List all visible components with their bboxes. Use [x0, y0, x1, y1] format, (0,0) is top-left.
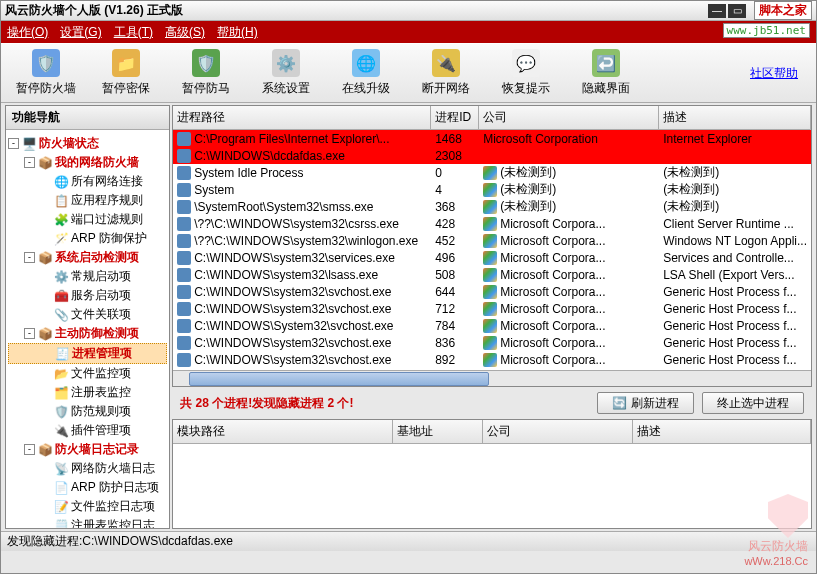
tree-label: 服务启动项	[71, 287, 131, 304]
tree-常规启动项[interactable]: ⚙️常规启动项	[8, 267, 167, 286]
menu-advanced[interactable]: 高级(S)	[165, 24, 205, 41]
toolbtn-隐藏界面[interactable]: ↩️隐藏界面	[569, 47, 643, 99]
th-pid[interactable]: 进程ID	[431, 106, 479, 129]
table-row[interactable]: C:\WINDOWS\system32\services.exe496Micro…	[173, 249, 811, 266]
cell-path: C:\WINDOWS\system32\services.exe	[194, 251, 395, 265]
toolbar: 🛡️暂停防火墙📁暂停密保🛡️暂停防马⚙️系统设置🌐在线升级🔌断开网络💬恢复提示↩…	[1, 43, 816, 103]
th-desc[interactable]: 描述	[659, 106, 811, 129]
terminate-button[interactable]: 终止选中进程	[702, 392, 804, 414]
tool-label: 恢复提示	[502, 80, 550, 97]
tree-进程管理项[interactable]: 🧾进程管理项	[8, 343, 167, 364]
cell-pid: 496	[431, 250, 479, 266]
tool-icon: ↩️	[592, 49, 620, 77]
maximize-button[interactable]: ▭	[728, 4, 746, 18]
nav-panel: 功能导航 -🖥️防火墙状态-📦我的网络防火墙🌐所有网络连接📋应用程序规则🧩端口过…	[5, 105, 170, 529]
tree-label: 防火墙状态	[39, 135, 99, 152]
toolbtn-暂停防火墙[interactable]: 🛡️暂停防火墙	[9, 47, 83, 99]
tree-文件监控项[interactable]: 📂文件监控项	[8, 364, 167, 383]
tree-label: 我的网络防火墙	[55, 154, 139, 171]
toolbtn-系统设置[interactable]: ⚙️系统设置	[249, 47, 323, 99]
table-row[interactable]: C:\WINDOWS\System32\svchost.exe784Micros…	[173, 317, 811, 334]
cell-company: Microsoft Corpora...	[500, 302, 605, 316]
tree-防火墙日志记录[interactable]: -📦防火墙日志记录	[8, 440, 167, 459]
tree-主动防御检测项[interactable]: -📦主动防御检测项	[8, 324, 167, 343]
tree-防范规则项[interactable]: 🛡️防范规则项	[8, 402, 167, 421]
toolbtn-在线升级[interactable]: 🌐在线升级	[329, 47, 403, 99]
table-row[interactable]: \??\C:\WINDOWS\system32\winlogon.exe452M…	[173, 232, 811, 249]
toolbtn-断开网络[interactable]: 🔌断开网络	[409, 47, 483, 99]
cell-company: (未检测到)	[500, 181, 556, 198]
cell-company: Microsoft Corpora...	[500, 319, 605, 333]
table-row[interactable]: System4(未检测到)(未检测到)	[173, 181, 811, 198]
table-row[interactable]: System Idle Process0(未检测到)(未检测到)	[173, 164, 811, 181]
expander-icon[interactable]: -	[24, 444, 35, 455]
tree-label: 进程管理项	[72, 345, 132, 362]
toolbtn-暂停防马[interactable]: 🛡️暂停防马	[169, 47, 243, 99]
mth-path[interactable]: 模块路径	[173, 420, 393, 443]
community-help-link[interactable]: 社区帮助	[750, 65, 808, 82]
menu-operate[interactable]: 操作(O)	[7, 24, 48, 41]
toolbtn-暂停密保[interactable]: 📁暂停密保	[89, 47, 163, 99]
tree-端口过滤规则[interactable]: 🧩端口过滤规则	[8, 210, 167, 229]
table-row[interactable]: C:\WINDOWS\system32\svchost.exe644Micros…	[173, 283, 811, 300]
table-row[interactable]: C:\WINDOWS\system32\svchost.exe892Micros…	[173, 351, 811, 368]
tree-label: ARP 防御保护	[71, 230, 147, 247]
tree-系统启动检测项[interactable]: -📦系统启动检测项	[8, 248, 167, 267]
nav-title: 功能导航	[6, 106, 169, 130]
tree-label: 网络防火墙日志	[71, 460, 155, 477]
menu-tools[interactable]: 工具(T)	[114, 24, 153, 41]
tree-label: 端口过滤规则	[71, 211, 143, 228]
expander-icon[interactable]: -	[8, 138, 19, 149]
th-company[interactable]: 公司	[479, 106, 659, 129]
table-row[interactable]: C:\WINDOWS\system32\svchost.exe836Micros…	[173, 334, 811, 351]
table-row[interactable]: \??\C:\WINDOWS\system32\csrss.exe428Micr…	[173, 215, 811, 232]
tree-ARP 防护日志项[interactable]: 📄ARP 防护日志项	[8, 478, 167, 497]
tree-所有网络连接[interactable]: 🌐所有网络连接	[8, 172, 167, 191]
cell-path: \SystemRoot\System32\smss.exe	[194, 200, 373, 214]
tree-文件监控日志项[interactable]: 📝文件监控日志项	[8, 497, 167, 516]
app-icon	[177, 285, 191, 299]
tree-icon: 📦	[37, 250, 53, 266]
table-row[interactable]: C:\WINDOWS\system32\lsass.exe508Microsof…	[173, 266, 811, 283]
expander-icon[interactable]: -	[24, 328, 35, 339]
script-home-label: 脚本之家	[754, 1, 812, 20]
menu-settings[interactable]: 设置(G)	[60, 24, 101, 41]
mth-desc[interactable]: 描述	[633, 420, 811, 443]
minimize-button[interactable]: —	[708, 4, 726, 18]
tree-网络防火墙日志[interactable]: 📡网络防火墙日志	[8, 459, 167, 478]
mth-base[interactable]: 基地址	[393, 420, 483, 443]
th-path[interactable]: 进程路径	[173, 106, 431, 129]
cell-pid: 2308	[431, 148, 479, 164]
expander-icon[interactable]: -	[24, 252, 35, 263]
tree-注册表监控日志[interactable]: 🗒️注册表监控日志	[8, 516, 167, 528]
cell-company: Microsoft Corpora...	[500, 285, 605, 299]
windows-icon	[483, 166, 497, 180]
tree-文件关联项[interactable]: 📎文件关联项	[8, 305, 167, 324]
tree-icon: 🧰	[53, 288, 69, 304]
status-row: 共 28 个进程!发现隐藏进程 2 个! 🔄刷新进程 终止选中进程	[172, 389, 812, 417]
cell-company: (未检测到)	[500, 198, 556, 215]
tree-我的网络防火墙[interactable]: -📦我的网络防火墙	[8, 153, 167, 172]
menu-help[interactable]: 帮助(H)	[217, 24, 258, 41]
cell-path: C:\WINDOWS\system32\lsass.exe	[194, 268, 378, 282]
tree-插件管理项[interactable]: 🔌插件管理项	[8, 421, 167, 440]
table-row[interactable]: C:\WINDOWS\dcdafdas.exe2308	[173, 147, 811, 164]
table-row[interactable]: C:\WINDOWS\system32\svchost.exe712Micros…	[173, 300, 811, 317]
toolbtn-恢复提示[interactable]: 💬恢复提示	[489, 47, 563, 99]
tree-icon: 📂	[53, 366, 69, 382]
tree-防火墙状态[interactable]: -🖥️防火墙状态	[8, 134, 167, 153]
refresh-button[interactable]: 🔄刷新进程	[597, 392, 694, 414]
tree-服务启动项[interactable]: 🧰服务启动项	[8, 286, 167, 305]
tree-注册表监控[interactable]: 🗂️注册表监控	[8, 383, 167, 402]
horizontal-scrollbar[interactable]	[173, 370, 811, 386]
tree-icon: 📄	[53, 480, 69, 496]
tree-label: 文件监控项	[71, 365, 131, 382]
expander-icon[interactable]: -	[24, 157, 35, 168]
tree-ARP 防御保护[interactable]: 🪄ARP 防御保护	[8, 229, 167, 248]
tree-应用程序规则[interactable]: 📋应用程序规则	[8, 191, 167, 210]
table-row[interactable]: C:\Program Files\Internet Explorer\...14…	[173, 130, 811, 147]
title-bar: 风云防火墙个人版 (V1.26) 正式版 — ▭ 脚本之家	[1, 1, 816, 21]
table-row[interactable]: \SystemRoot\System32\smss.exe368(未检测到)(未…	[173, 198, 811, 215]
cell-pid: 0	[431, 165, 479, 181]
mth-company[interactable]: 公司	[483, 420, 633, 443]
